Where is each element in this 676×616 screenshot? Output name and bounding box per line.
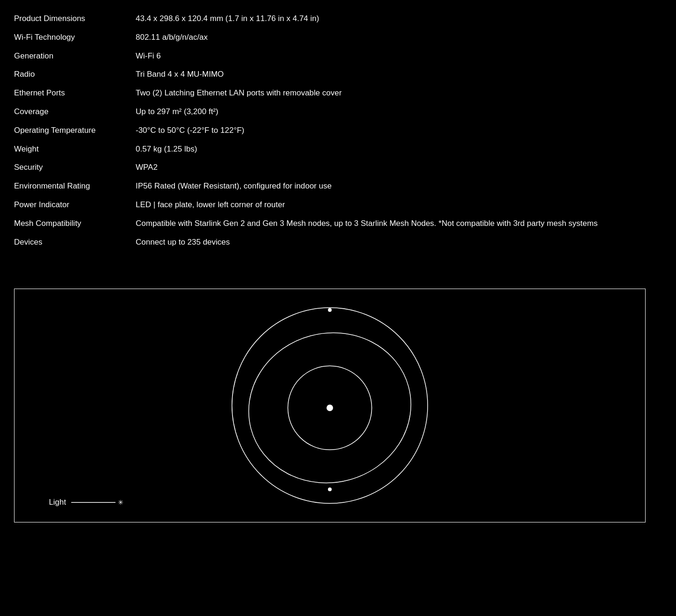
svg-text:Light: Light xyxy=(49,498,66,507)
spec-row: Power IndicatorLED | face plate, lower l… xyxy=(14,196,662,214)
spec-value: 43.4 x 298.6 x 120.4 mm (1.7 in x 11.76 … xyxy=(136,13,662,24)
spec-label: Operating Temperature xyxy=(14,125,136,136)
spec-value: Wi-Fi 6 xyxy=(136,51,662,62)
spec-label: Ethernet Ports xyxy=(14,87,136,99)
spec-label: Radio xyxy=(14,69,136,80)
spec-value: IP56 Rated (Water Resistant), configured… xyxy=(136,181,662,192)
spec-label: Devices xyxy=(14,237,136,248)
svg-point-3 xyxy=(327,405,333,411)
svg-text:✳: ✳ xyxy=(118,499,124,507)
spec-value: Connect up to 235 devices xyxy=(136,237,662,248)
spec-row: Environmental RatingIP56 Rated (Water Re… xyxy=(14,177,662,196)
spec-row: RadioTri Band 4 x 4 MU-MIMO xyxy=(14,65,662,84)
spec-row: DevicesConnect up to 235 devices xyxy=(14,233,662,252)
spec-row: Weight0.57 kg (1.25 lbs) xyxy=(14,140,662,159)
spec-label: Security xyxy=(14,162,136,173)
spec-label: Environmental Rating xyxy=(14,181,136,192)
spec-row: Ethernet PortsTwo (2) Latching Ethernet … xyxy=(14,84,662,102)
spec-value: LED | face plate, lower left corner of r… xyxy=(136,199,662,210)
spec-value: Tri Band 4 x 4 MU-MIMO xyxy=(136,69,662,80)
spec-value: WPA2 xyxy=(136,162,662,173)
spec-row: Product Dimensions43.4 x 298.6 x 120.4 m… xyxy=(14,9,662,28)
spec-row: Wi-Fi Technology802.11 a/b/g/n/ac/ax xyxy=(14,28,662,47)
spec-label: Power Indicator xyxy=(14,199,136,210)
svg-point-5 xyxy=(328,488,332,492)
spec-value: -30°C to 50°C (-22°F to 122°F) xyxy=(136,125,662,136)
spec-label: Coverage xyxy=(14,106,136,117)
spec-row: Operating Temperature-30°C to 50°C (-22°… xyxy=(14,121,662,140)
diagram-svg: Light ✳ xyxy=(15,289,645,522)
spec-value: Up to 297 m² (3,200 ft²) xyxy=(136,106,662,117)
specs-table: Product Dimensions43.4 x 298.6 x 120.4 m… xyxy=(0,0,676,261)
spec-value: Compatible with Starlink Gen 2 and Gen 3… xyxy=(136,218,662,229)
diagram-section: Light ✳ xyxy=(14,289,662,522)
spec-value: 802.11 a/b/g/n/ac/ax xyxy=(136,32,662,43)
spec-value: 0.57 kg (1.25 lbs) xyxy=(136,144,662,155)
svg-point-4 xyxy=(328,308,332,312)
spec-label: Weight xyxy=(14,144,136,155)
spec-label: Product Dimensions xyxy=(14,13,136,24)
diagram-box: Light ✳ xyxy=(14,289,646,522)
spec-label: Mesh Compatibility xyxy=(14,218,136,229)
spec-label: Generation xyxy=(14,51,136,62)
spec-label: Wi-Fi Technology xyxy=(14,32,136,43)
spec-value: Two (2) Latching Ethernet LAN ports with… xyxy=(136,87,662,99)
spec-row: CoverageUp to 297 m² (3,200 ft²) xyxy=(14,102,662,121)
spec-row: Mesh CompatibilityCompatible with Starli… xyxy=(14,214,662,233)
spec-row: GenerationWi-Fi 6 xyxy=(14,47,662,65)
spec-row: SecurityWPA2 xyxy=(14,158,662,177)
